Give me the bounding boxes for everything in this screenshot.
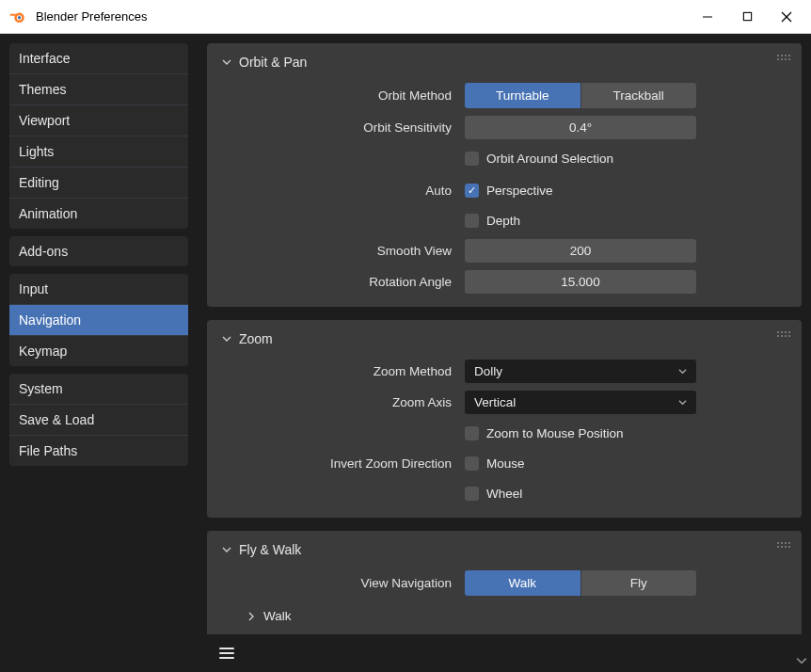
invert-zoom-wheel-label: Wheel — [486, 487, 522, 501]
perspective-label: Perspective — [486, 184, 553, 198]
view-navigation-label: View Navigation — [220, 576, 465, 590]
panel-title: Fly & Walk — [239, 542, 301, 557]
sidebar: Interface Themes Viewport Lights Editing… — [0, 34, 198, 672]
smooth-view-label: Smooth View — [220, 244, 465, 258]
view-navigation-fly[interactable]: Fly — [581, 570, 697, 596]
panel-header-zoom[interactable]: Zoom — [220, 331, 788, 346]
nav-group-4: System Save & Load File Paths — [9, 374, 188, 466]
zoom-method-label: Zoom Method — [220, 364, 465, 378]
panel-title: Orbit & Pan — [239, 55, 307, 70]
sidebar-item-system[interactable]: System — [9, 374, 188, 405]
zoom-axis-select[interactable]: Vertical — [465, 391, 696, 414]
invert-zoom-mouse-label: Mouse — [486, 456, 525, 471]
maximize-button[interactable] — [738, 8, 756, 26]
depth-checkbox[interactable] — [465, 214, 479, 228]
walk-subpanel-label: Walk — [263, 609, 292, 623]
chevron-down-icon — [220, 543, 233, 556]
zoom-axis-value: Vertical — [474, 395, 516, 409]
sidebar-item-addons[interactable]: Add-ons — [9, 236, 188, 266]
orbit-method-turntable[interactable]: Turntable — [465, 83, 581, 108]
window-titlebar: Blender Preferences — [0, 0, 811, 34]
sidebar-item-editing[interactable]: Editing — [9, 168, 188, 199]
nav-group-2: Add-ons — [9, 236, 188, 266]
orbit-method-trackball[interactable]: Trackball — [581, 83, 697, 108]
sidebar-item-animation[interactable]: Animation — [9, 199, 188, 229]
panel-orbit-pan: Orbit & Pan Orbit Method Turntable Track… — [207, 43, 802, 307]
window-title: Blender Preferences — [36, 9, 698, 24]
panel-title: Zoom — [239, 331, 273, 346]
auto-label: Auto — [220, 184, 465, 198]
zoom-method-select[interactable]: Dolly — [465, 360, 696, 383]
drag-handle-icon[interactable] — [777, 55, 790, 60]
gravity-subpanel-header[interactable]: Gravity — [220, 629, 788, 634]
orbit-sensitivity-label: Orbit Sensitivity — [220, 120, 465, 135]
minimize-button[interactable] — [698, 8, 717, 26]
sidebar-item-keymap[interactable]: Keymap — [9, 336, 188, 366]
sidebar-item-save-load[interactable]: Save & Load — [9, 405, 188, 436]
sidebar-item-viewport[interactable]: Viewport — [9, 105, 188, 136]
sidebar-item-interface[interactable]: Interface — [9, 43, 188, 74]
invert-zoom-mouse-checkbox[interactable] — [465, 456, 479, 471]
panel-header-fly-walk[interactable]: Fly & Walk — [220, 542, 788, 557]
sidebar-item-input[interactable]: Input — [9, 274, 188, 305]
sidebar-item-lights[interactable]: Lights — [9, 136, 188, 168]
orbit-sensitivity-field[interactable]: 0.4° — [465, 116, 696, 139]
chevron-down-icon — [220, 56, 233, 69]
close-button[interactable] — [777, 8, 796, 26]
scroll-down-icon[interactable] — [796, 655, 809, 668]
svg-rect-4 — [743, 12, 751, 20]
chevron-down-icon — [678, 364, 687, 378]
orbit-method-label: Orbit Method — [220, 88, 465, 103]
view-navigation-walk[interactable]: Walk — [465, 570, 581, 596]
invert-zoom-wheel-checkbox[interactable] — [465, 487, 479, 501]
walk-subpanel-header[interactable]: Walk — [220, 603, 788, 629]
window-controls — [698, 8, 796, 26]
orbit-method-toggle: Turntable Trackball — [465, 83, 696, 108]
sidebar-item-file-paths[interactable]: File Paths — [9, 436, 188, 466]
chevron-down-icon — [678, 395, 687, 409]
chevron-right-icon — [245, 610, 258, 623]
sidebar-item-navigation[interactable]: Navigation — [9, 305, 188, 336]
nav-group-3: Input Navigation Keymap — [9, 274, 188, 366]
nav-group-1: Interface Themes Viewport Lights Editing… — [9, 43, 188, 229]
view-navigation-toggle: Walk Fly — [465, 570, 696, 596]
zoom-axis-label: Zoom Axis — [220, 395, 465, 409]
content-area: Orbit & Pan Orbit Method Turntable Track… — [198, 34, 811, 672]
rotation-angle-label: Rotation Angle — [220, 275, 465, 289]
chevron-down-icon — [220, 332, 233, 345]
depth-label: Depth — [486, 214, 520, 228]
orbit-around-selection-label: Orbit Around Selection — [486, 152, 613, 166]
smooth-view-field[interactable]: 200 — [465, 239, 696, 263]
drag-handle-icon[interactable] — [777, 542, 790, 548]
svg-point-2 — [18, 16, 21, 19]
sidebar-item-themes[interactable]: Themes — [9, 74, 188, 105]
zoom-to-mouse-label: Zoom to Mouse Position — [486, 426, 624, 440]
hamburger-menu-button[interactable] — [215, 641, 239, 665]
zoom-to-mouse-checkbox[interactable] — [465, 426, 479, 440]
bottom-bar — [207, 634, 802, 672]
panel-header-orbit-pan[interactable]: Orbit & Pan — [220, 55, 788, 70]
zoom-method-value: Dolly — [474, 364, 502, 378]
invert-zoom-label: Invert Zoom Direction — [220, 456, 465, 471]
rotation-angle-field[interactable]: 15.000 — [465, 270, 696, 294]
panel-fly-walk: Fly & Walk View Navigation Walk Fly — [207, 531, 802, 634]
blender-logo-icon — [8, 7, 28, 27]
panel-zoom: Zoom Zoom Method Dolly Zoom Axis — [207, 320, 802, 518]
drag-handle-icon[interactable] — [777, 331, 790, 337]
perspective-checkbox[interactable] — [465, 184, 479, 198]
orbit-around-selection-checkbox[interactable] — [465, 152, 479, 166]
